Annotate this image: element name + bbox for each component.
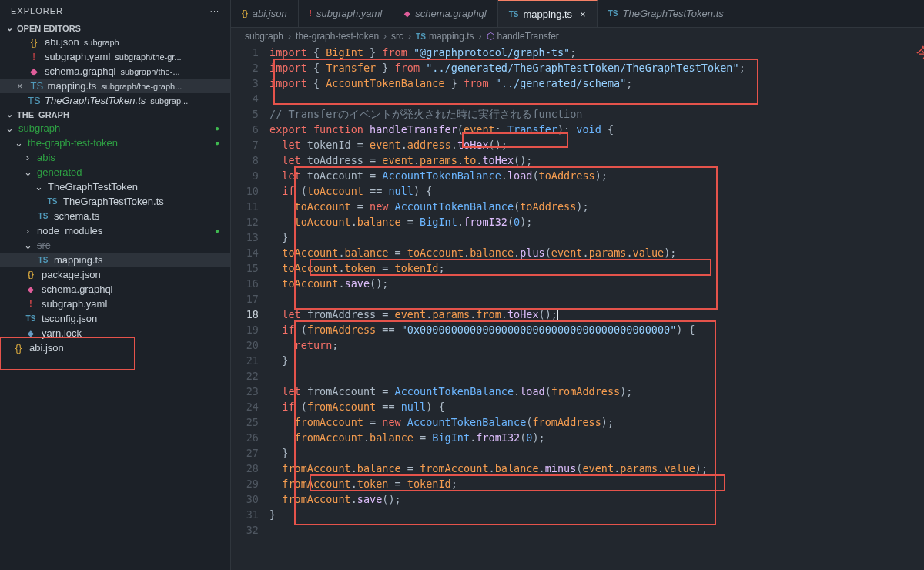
breadcrumbs[interactable]: subgraph› the-graph-test-token› src› TS …	[231, 28, 924, 45]
code-line[interactable]: }	[270, 230, 924, 245]
close-icon[interactable]: ×	[577, 8, 586, 20]
file-type-icon: TS	[25, 314, 37, 323]
tab-abi-json[interactable]: {}abi.json	[231, 0, 299, 27]
chevron-down-icon: ⌄	[5, 122, 14, 134]
open-editors-section[interactable]: ⌄ OPEN EDITORS	[0, 22, 230, 35]
code-line[interactable]: fromAccount = new AccountTokenBalance(fr…	[270, 414, 924, 430]
code-line[interactable]: fromAccount.balance = BigInt.fromI32(0);	[270, 430, 924, 445]
code-line[interactable]: toAccount.balance = BigInt.fromI32(0);	[270, 214, 924, 230]
open-editor-item[interactable]: ×TSmapping.ts subgraph/the-graph...	[0, 79, 230, 93]
file-item[interactable]: TSmapping.ts	[0, 253, 230, 267]
folder-item[interactable]: ⌄generated	[0, 165, 230, 179]
file-name: abi.json	[45, 36, 79, 48]
code-line[interactable]: let toAddress = event.params.to.toHex();	[270, 153, 924, 168]
code-line[interactable]: toAccount.balance = toAccount.balance.pl…	[270, 245, 924, 260]
tab-schema-graphql[interactable]: ◆schema.graphql	[393, 0, 498, 27]
file-dir: subgraph/the-...	[121, 67, 180, 76]
bc-subgraph[interactable]: subgraph	[245, 31, 283, 42]
file-item[interactable]: ◆schema.graphql	[0, 282, 230, 297]
code-line[interactable]: let fromAccount = AccountTokenBalance.lo…	[270, 384, 924, 399]
file-name: tsconfig.json	[42, 313, 97, 324]
code-line[interactable]: fromAccount.token = tokenId;	[270, 476, 924, 491]
bc-src[interactable]: src	[391, 31, 403, 42]
code-area[interactable]: import { BigInt } from "@graphprotocol/g…	[270, 45, 924, 570]
more-actions-icon[interactable]: ···	[210, 6, 219, 15]
open-editor-item[interactable]: {}abi.json subgraph	[0, 35, 230, 49]
code-line[interactable]: toAccount = new AccountTokenBalance(toAd…	[270, 199, 924, 214]
folder-pkg[interactable]: ⌄ the-graph-test-token ●	[0, 136, 230, 150]
chevron-icon: ⌄	[34, 181, 43, 193]
code-line[interactable]: export function handleTransfer(event: Tr…	[270, 122, 924, 137]
code-line[interactable]: return;	[270, 337, 924, 353]
bc-symbol[interactable]: ⬡ handleTransfer	[487, 31, 559, 42]
code-line[interactable]: }	[270, 353, 924, 368]
explorer-title: EXPLORER	[11, 6, 63, 15]
bc-file[interactable]: TS mapping.ts	[416, 31, 474, 42]
tab-label: subgraph.yaml	[316, 8, 382, 19]
folder-item[interactable]: ›abis	[0, 150, 230, 165]
bc-pkg[interactable]: the-graph-test-token	[296, 31, 379, 42]
file-type-icon: TS	[37, 212, 49, 220]
file-item[interactable]: ◈yarn.lock	[0, 326, 230, 340]
open-editor-item[interactable]: !subgraph.yaml subgraph/the-gr...	[0, 49, 230, 64]
code-line[interactable]: toAccount.save();	[270, 276, 924, 291]
file-name: subgraph.yaml	[45, 51, 110, 62]
code-line[interactable]: if (fromAddress == "0x000000000000000000…	[270, 322, 924, 337]
file-abi-json[interactable]: {} abi.json	[0, 340, 230, 355]
file-item[interactable]: !subgraph.yaml	[0, 297, 230, 311]
folder-item[interactable]: ›node_modules●	[0, 223, 230, 238]
code-line[interactable]: // Transferのイベントが発火された時に実行されるfunction	[270, 106, 924, 122]
code-line[interactable]	[270, 368, 924, 384]
code-line[interactable]: import { Transfer } from "../generated/T…	[270, 60, 924, 75]
file-item[interactable]: TStsconfig.json	[0, 311, 230, 326]
file-type-icon: ◆	[28, 65, 40, 77]
file-type-icon: TS	[28, 95, 40, 106]
code-line[interactable]: if (fromAccount == null) {	[270, 399, 924, 414]
chevron-icon: ⌄	[23, 240, 32, 251]
code-line[interactable]: }	[270, 445, 924, 461]
workspace-section[interactable]: ⌄ THE_GRAPH	[0, 108, 230, 121]
file-type-icon: TS	[37, 256, 49, 264]
file-type-icon: {}	[28, 36, 40, 48]
code-line[interactable]: fromAccount.save();	[270, 491, 924, 507]
code-line[interactable]: import { BigInt } from "@graphprotocol/g…	[270, 45, 924, 60]
file-item[interactable]: TSTheGraphTestToken.ts	[0, 194, 230, 209]
open-editor-item[interactable]: ◆schema.graphql subgraph/the-...	[0, 64, 230, 79]
symbol-icon: ⬡	[487, 31, 494, 42]
file-item[interactable]: TSschema.ts	[0, 209, 230, 223]
open-editor-item[interactable]: TSTheGraphTestToken.ts subgrap...	[0, 93, 230, 108]
tab-subgraph-yaml[interactable]: !subgraph.yaml	[299, 0, 394, 27]
file-dir: subgrap...	[150, 96, 188, 106]
folder-item[interactable]: ⌄TheGraphTestToken	[0, 179, 230, 194]
file-name: TheGraphTestToken.ts	[63, 196, 164, 207]
code-line[interactable]: }	[270, 507, 924, 522]
file-type-icon: ◈	[25, 329, 37, 337]
code-line[interactable]	[270, 522, 924, 538]
code-line[interactable]: let toAccount = AccountTokenBalance.load…	[270, 168, 924, 183]
folder-name: src	[37, 240, 50, 251]
code-line[interactable]: let tokenId = event.address.toHex();	[270, 137, 924, 153]
close-icon[interactable]: ×	[14, 80, 26, 92]
folder-item[interactable]: ⌄src	[0, 238, 230, 253]
sidebar: EXPLORER ··· ⌄ OPEN EDITORS {}abi.json s…	[0, 0, 231, 570]
file-item[interactable]: {}package.json	[0, 267, 230, 282]
code-line[interactable]: import { AccountTokenBalance } from "../…	[270, 75, 924, 91]
file-name: schema.graphql	[45, 65, 116, 77]
file-dir: subgraph/the-graph...	[101, 82, 182, 91]
folder-subgraph[interactable]: ⌄ subgraph ●	[0, 121, 230, 136]
file-tree: ⌄ subgraph ● ⌄ the-graph-test-token ● ›a…	[0, 121, 230, 355]
file-type-icon: !	[28, 51, 40, 62]
editor-tabs: {}abi.json!subgraph.yaml◆schema.graphqlT…	[231, 0, 924, 28]
code-line[interactable]: if (toAccount == null) {	[270, 183, 924, 199]
file-type-icon: ◆	[25, 285, 37, 293]
code-line[interactable]: let fromAddress = event.params.from.toHe…	[270, 307, 924, 322]
code-line[interactable]: fromAccount.balance = fromAccount.balanc…	[270, 461, 924, 476]
json-icon: {}	[12, 342, 25, 354]
tab-mapping-ts[interactable]: TSmapping.ts×	[498, 0, 598, 27]
code-line[interactable]	[270, 91, 924, 106]
code-line[interactable]	[270, 291, 924, 307]
folder-name: abis	[37, 152, 55, 163]
code-line[interactable]: toAccount.token = tokenId;	[270, 260, 924, 276]
tab-TheGraphTestToken-ts[interactable]: TSTheGraphTestToken.ts	[598, 0, 735, 27]
editor[interactable]: 1234567891011121314151617181920212223242…	[231, 45, 924, 570]
